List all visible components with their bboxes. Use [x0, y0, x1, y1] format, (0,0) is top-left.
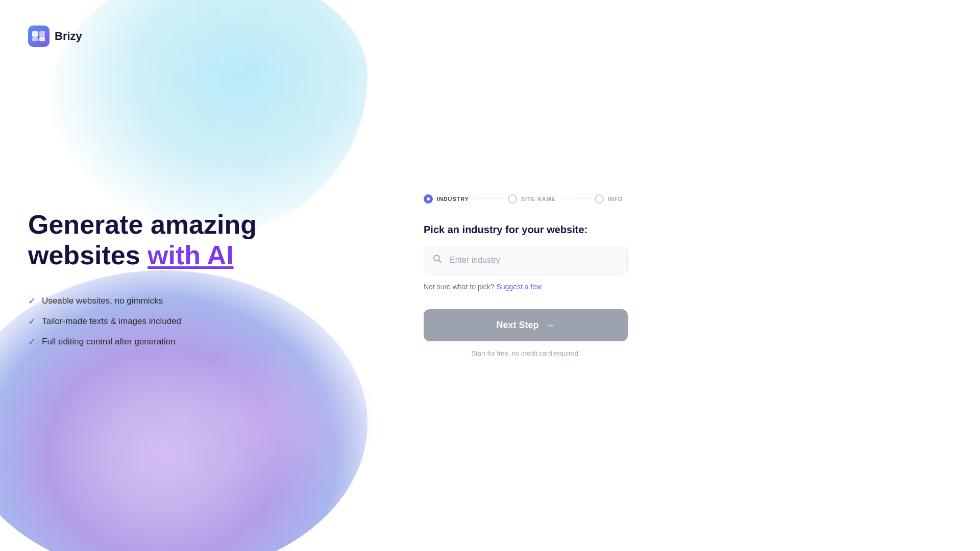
check-icon-2: ✓ [28, 316, 36, 327]
logo-area: Brizy [28, 26, 352, 47]
svg-rect-2 [32, 37, 38, 41]
industry-input[interactable] [424, 246, 628, 274]
svg-rect-1 [39, 31, 45, 37]
svg-line-5 [439, 260, 442, 263]
feature-item: ✓ Useable websites, no gimmicks [28, 295, 352, 307]
svg-rect-0 [32, 31, 38, 37]
feature-item: ✓ Tailor-made texts & images included [28, 316, 352, 327]
step-label-site-name: SITE NAME [521, 196, 556, 202]
suggest-text: Not sure what to pick? Suggest a few [424, 283, 919, 291]
feature-text-1: Useable websites, no gimmicks [42, 296, 163, 306]
next-step-label: Next Step [496, 320, 538, 331]
next-step-button[interactable]: Next Step → [424, 309, 628, 341]
feature-text-3: Full editing control after generation [42, 337, 176, 347]
step-divider-1 [473, 198, 504, 199]
left-panel: Brizy Generate amazing websites with AI … [0, 0, 383, 551]
logo-icon [28, 26, 50, 47]
step-label-info: INFO [608, 196, 623, 202]
step-circle-site-name [508, 194, 517, 204]
suggest-prefix: Not sure what to pick? [424, 283, 496, 291]
hero-title-line2-plain: websites [28, 240, 148, 270]
form-label: Pick an industry for your website: [424, 224, 919, 236]
feature-item: ✓ Full editing control after generation [28, 336, 352, 347]
free-text: Start for free, no credit card required. [424, 349, 628, 357]
hero-title-line1: Generate amazing [28, 210, 257, 239]
step-label-industry: INDUSTRY [437, 196, 469, 202]
page-layout: Brizy Generate amazing websites with AI … [0, 0, 980, 551]
step-circle-info [595, 194, 604, 204]
search-input-wrapper [424, 246, 919, 274]
hero-content: Generate amazing websites with AI ✓ Usea… [28, 47, 352, 520]
step-divider-2 [560, 198, 591, 199]
step-info: INFO [595, 194, 623, 204]
features-list: ✓ Useable websites, no gimmicks ✓ Tailor… [28, 295, 352, 347]
arrow-right-icon: → [545, 319, 555, 331]
suggest-link[interactable]: Suggest a few [496, 283, 542, 291]
stepper: INDUSTRY SITE NAME INFO [424, 194, 919, 204]
step-industry: INDUSTRY [424, 194, 469, 204]
step-circle-industry [424, 194, 433, 204]
check-icon-3: ✓ [28, 336, 36, 347]
hero-title: Generate amazing websites with AI [28, 210, 352, 271]
hero-title-highlight: with AI [148, 240, 234, 270]
svg-rect-3 [39, 37, 45, 41]
step-site-name: SITE NAME [508, 194, 556, 204]
right-panel: INDUSTRY SITE NAME INFO Pick an industry… [383, 0, 980, 551]
search-icon [433, 254, 442, 266]
logo-name: Brizy [55, 30, 82, 43]
feature-text-2: Tailor-made texts & images included [42, 316, 181, 327]
check-icon-1: ✓ [28, 295, 36, 307]
